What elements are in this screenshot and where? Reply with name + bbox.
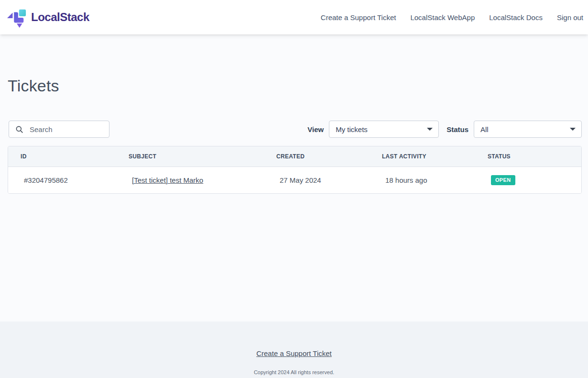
status-label: Status xyxy=(446,125,468,133)
logo-wordmark: LocalStack xyxy=(31,11,89,24)
nav-localstack-webapp[interactable]: LocalStack WebApp xyxy=(410,13,475,22)
search-input[interactable] xyxy=(29,125,104,134)
page-footer: Create a Support Ticket Copyright 2024 A… xyxy=(0,322,588,378)
chevron-down-icon xyxy=(570,128,576,131)
ticket-subject-link[interactable]: [Test ticket] test Marko xyxy=(132,176,203,184)
app-bar: LocalStack Create a Support Ticket Local… xyxy=(0,0,588,34)
view-select-value: My tickets xyxy=(336,125,368,133)
filters: View My tickets Status All xyxy=(307,121,582,138)
table-header-row: ID SUBJECT CREATED LAST ACTIVITY STATUS xyxy=(8,146,581,167)
table-row: #3204795862 [Test ticket] test Marko 27 … xyxy=(8,167,581,193)
footer-create-support-ticket-link[interactable]: Create a Support Ticket xyxy=(256,349,332,357)
status-badge: OPEN xyxy=(491,175,515,185)
nav-create-support-ticket[interactable]: Create a Support Ticket xyxy=(321,13,396,22)
top-nav: Create a Support Ticket LocalStack WebAp… xyxy=(321,13,583,22)
ticket-created: 27 May 2024 xyxy=(264,176,370,184)
search-box[interactable] xyxy=(9,121,109,138)
nav-localstack-docs[interactable]: LocalStack Docs xyxy=(489,13,543,22)
localstack-logo-icon xyxy=(7,6,27,28)
localstack-logo[interactable]: LocalStack xyxy=(7,6,89,28)
page-title: Tickets xyxy=(8,77,582,95)
view-label: View xyxy=(307,125,324,133)
column-header-last-activity: LAST ACTIVITY xyxy=(370,153,475,160)
ticket-last-activity: 18 hours ago xyxy=(370,176,475,184)
main-content: Tickets View My tickets Status All ID xyxy=(0,34,588,322)
ticket-id: #3204795862 xyxy=(8,176,116,184)
search-icon xyxy=(15,125,24,134)
chevron-down-icon xyxy=(427,128,433,131)
view-select[interactable]: My tickets xyxy=(329,121,439,138)
column-header-status: STATUS xyxy=(475,153,581,160)
filter-toolbar: View My tickets Status All xyxy=(8,121,582,138)
tickets-table: ID SUBJECT CREATED LAST ACTIVITY STATUS … xyxy=(8,146,582,194)
nav-sign-out[interactable]: Sign out xyxy=(557,13,583,22)
column-header-id: ID xyxy=(8,153,116,160)
column-header-created: CREATED xyxy=(264,153,370,160)
status-select-value: All xyxy=(480,125,489,133)
copyright-text: Copyright 2024 All rights reserved. xyxy=(0,369,588,375)
status-select[interactable]: All xyxy=(474,121,582,138)
column-header-subject: SUBJECT xyxy=(116,153,264,160)
